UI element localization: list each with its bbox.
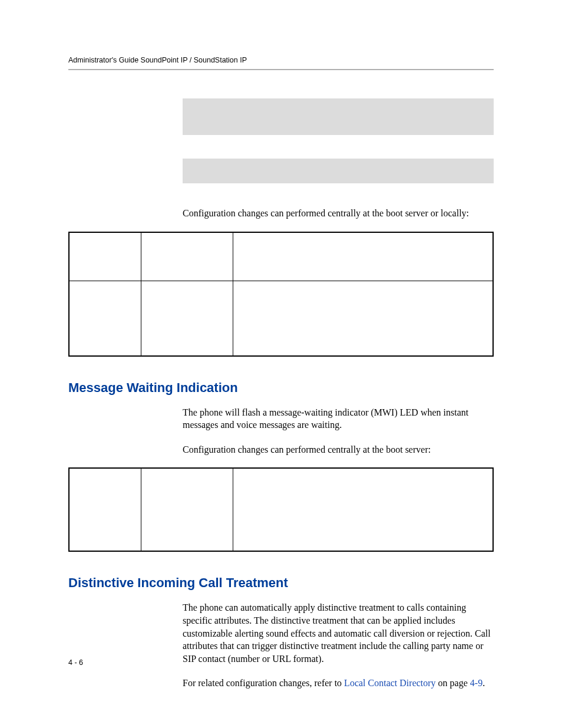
page-reference-link[interactable]: 4-9 bbox=[470, 678, 482, 688]
dict-paragraph-1: The phone can automatically apply distin… bbox=[183, 601, 494, 665]
section-heading-mwi: Message Waiting Indication bbox=[68, 380, 494, 396]
table-cell bbox=[70, 469, 141, 551]
table-cell bbox=[141, 281, 233, 355]
table-cell bbox=[70, 232, 141, 281]
mwi-paragraph-1: The phone will flash a message-waiting i… bbox=[183, 406, 494, 431]
placeholder-block bbox=[183, 98, 494, 135]
config-table bbox=[68, 467, 494, 552]
text-run: . bbox=[482, 678, 485, 688]
table-row bbox=[70, 469, 493, 551]
config-table bbox=[68, 232, 494, 357]
page-number: 4 - 6 bbox=[68, 658, 83, 667]
placeholder-block bbox=[183, 159, 494, 183]
table-cell bbox=[233, 469, 493, 551]
table-row bbox=[70, 232, 493, 281]
table-cell bbox=[141, 469, 233, 551]
table-cell bbox=[233, 232, 493, 281]
cross-reference-link[interactable]: Local Contact Directory bbox=[344, 678, 436, 688]
text-run: on page bbox=[436, 678, 470, 688]
section-heading-dict: Distinctive Incoming Call Treatment bbox=[68, 575, 494, 591]
running-header: Administrator's Guide SoundPoint IP / So… bbox=[68, 56, 494, 70]
mwi-paragraph-2: Configuration changes can performed cent… bbox=[183, 443, 494, 456]
table-cell bbox=[233, 281, 493, 355]
dict-paragraph-2: For related configuration changes, refer… bbox=[183, 677, 494, 690]
table-cell bbox=[141, 232, 233, 281]
table-cell bbox=[70, 281, 141, 355]
intro-paragraph: Configuration changes can performed cent… bbox=[183, 207, 494, 220]
text-run: For related configuration changes, refer… bbox=[183, 678, 344, 688]
table-row bbox=[70, 281, 493, 355]
